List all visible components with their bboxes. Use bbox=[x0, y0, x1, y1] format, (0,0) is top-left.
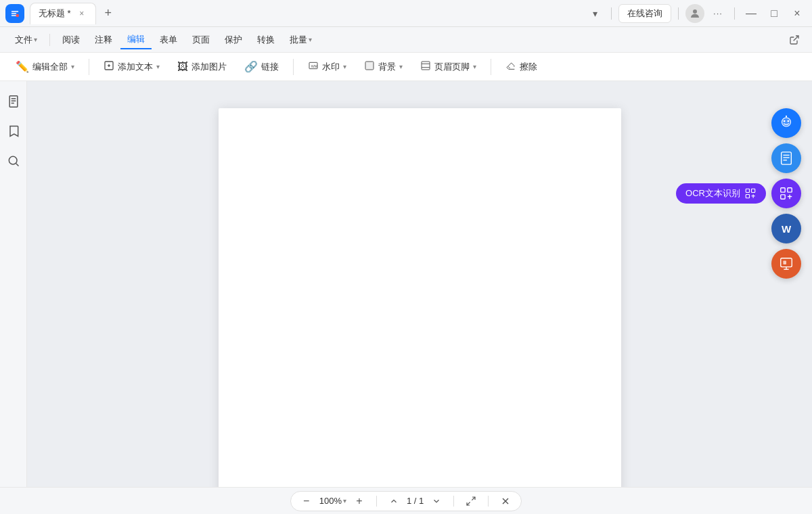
edit-all-dropdown[interactable]: ▾ bbox=[71, 63, 74, 70]
menu-file-arrow: ▾ bbox=[34, 36, 37, 43]
svg-rect-36 bbox=[788, 188, 792, 192]
external-link-icon[interactable] bbox=[785, 30, 804, 49]
tab-item[interactable]: 无标题 * × bbox=[30, 3, 96, 24]
add-text-dropdown[interactable]: ▾ bbox=[156, 63, 160, 70]
svg-line-45 bbox=[467, 502, 470, 505]
erase-icon bbox=[505, 60, 516, 74]
menu-protect-label: 保护 bbox=[225, 34, 242, 46]
sidebar-pages-icon[interactable] bbox=[4, 92, 23, 111]
menu-annotate[interactable]: 注释 bbox=[88, 31, 119, 49]
menubar: 文件 ▾ 阅读 注释 编辑 表单 页面 保护 转换 批量 ▾ bbox=[0, 27, 812, 53]
menu-read[interactable]: 阅读 bbox=[55, 31, 87, 49]
toolbar-sep-1 bbox=[89, 59, 89, 75]
window-dropdown-button[interactable]: ▾ bbox=[585, 4, 604, 23]
watermark-button[interactable]: WM 水印 ▾ bbox=[300, 56, 354, 78]
menu-edit-label: 编辑 bbox=[127, 33, 145, 45]
background-icon bbox=[364, 60, 375, 74]
to-ppt-button[interactable] bbox=[771, 249, 801, 279]
svg-point-1 bbox=[16, 14, 20, 17]
titlebar: 无标题 * × + ▾ 在线咨询 ··· — □ × bbox=[0, 0, 812, 27]
to-word-button[interactable]: W bbox=[771, 214, 801, 243]
ai-robot-button[interactable] bbox=[771, 108, 801, 138]
menu-annotate-label: 注释 bbox=[95, 34, 112, 46]
fit-screen-button[interactable] bbox=[464, 494, 478, 509]
menu-batch[interactable]: 批量 ▾ bbox=[283, 31, 319, 49]
toolbar-sep-3 bbox=[491, 59, 491, 75]
tab-container: 无标题 * × + bbox=[30, 3, 585, 24]
background-button[interactable]: 背景 ▾ bbox=[357, 56, 410, 78]
svg-text:WM: WM bbox=[311, 64, 317, 68]
add-image-label: 添加图片 bbox=[191, 61, 227, 73]
ocr-label: OCR文本识别 bbox=[676, 183, 766, 204]
menu-edit[interactable]: 编辑 bbox=[120, 30, 152, 49]
page-up-button[interactable] bbox=[386, 494, 401, 509]
link-button[interactable]: 🔗 链接 bbox=[237, 56, 286, 77]
separator bbox=[611, 7, 612, 20]
menu-separator bbox=[49, 34, 50, 46]
zoom-sep bbox=[376, 496, 377, 507]
page-down-button[interactable] bbox=[429, 494, 444, 509]
more-button[interactable]: ··· bbox=[708, 4, 727, 23]
svg-rect-26 bbox=[782, 152, 792, 164]
toolbar: ✏️ 编辑全部 ▾ 添加文本 ▾ 🖼 添加图片 🔗 链接 WM 水印 ▾ bbox=[0, 53, 812, 81]
close-bar-button[interactable] bbox=[498, 494, 513, 509]
svg-rect-32 bbox=[746, 195, 749, 198]
tab-title: 无标题 * bbox=[39, 7, 71, 20]
separator bbox=[734, 7, 735, 20]
sidebar-bookmark-icon[interactable] bbox=[4, 122, 23, 141]
add-image-icon: 🖼 bbox=[177, 61, 188, 73]
document-button[interactable] bbox=[771, 143, 801, 173]
header-footer-icon bbox=[420, 60, 431, 74]
erase-button[interactable]: 擦除 bbox=[498, 56, 545, 78]
link-label: 链接 bbox=[261, 61, 279, 73]
menu-protect[interactable]: 保护 bbox=[218, 31, 249, 49]
background-dropdown[interactable]: ▾ bbox=[399, 63, 403, 70]
add-text-button[interactable]: 添加文本 ▾ bbox=[96, 56, 167, 78]
minimize-button[interactable]: — bbox=[742, 4, 761, 23]
header-footer-button[interactable]: 页眉页脚 ▾ bbox=[413, 56, 484, 78]
svg-point-22 bbox=[784, 120, 786, 122]
watermark-dropdown[interactable]: ▾ bbox=[343, 63, 346, 70]
ocr-button[interactable] bbox=[771, 179, 801, 208]
close-button[interactable]: × bbox=[788, 4, 807, 23]
add-text-label: 添加文本 bbox=[118, 61, 153, 73]
user-avatar[interactable] bbox=[685, 4, 704, 23]
svg-point-2 bbox=[693, 9, 697, 14]
svg-rect-43 bbox=[783, 260, 786, 264]
header-footer-dropdown[interactable]: ▾ bbox=[473, 63, 476, 70]
menu-table[interactable]: 表单 bbox=[153, 31, 184, 49]
pdf-page bbox=[219, 108, 621, 487]
menu-file[interactable]: 文件 ▾ bbox=[8, 31, 44, 49]
watermark-label: 水印 bbox=[322, 61, 340, 73]
edit-all-icon: ✏️ bbox=[16, 60, 29, 73]
zoom-out-button[interactable]: − bbox=[299, 494, 314, 509]
zoom-value: 100% ▾ bbox=[319, 496, 346, 506]
tab-close-button[interactable]: × bbox=[76, 8, 87, 19]
sidebar-search-icon[interactable] bbox=[4, 151, 23, 170]
maximize-button[interactable]: □ bbox=[765, 4, 784, 23]
add-text-icon bbox=[104, 60, 114, 74]
svg-rect-10 bbox=[422, 62, 430, 70]
nav-sep bbox=[453, 496, 454, 507]
edit-all-label: 编辑全部 bbox=[32, 61, 68, 73]
zoom-in-button[interactable]: + bbox=[352, 494, 367, 509]
erase-label: 擦除 bbox=[520, 61, 537, 73]
svg-rect-35 bbox=[781, 188, 785, 192]
new-tab-button[interactable]: + bbox=[99, 4, 118, 23]
menu-convert[interactable]: 转换 bbox=[250, 31, 281, 49]
titlebar-right: ▾ 在线咨询 ··· — □ × bbox=[585, 4, 807, 23]
zoom-dropdown-button[interactable]: ▾ bbox=[343, 497, 346, 505]
background-label: 背景 bbox=[378, 61, 396, 73]
consult-button[interactable]: 在线咨询 bbox=[618, 4, 671, 23]
menu-table-label: 表单 bbox=[160, 34, 177, 46]
menu-convert-label: 转换 bbox=[257, 34, 275, 46]
menu-read-label: 阅读 bbox=[62, 34, 80, 46]
add-image-button[interactable]: 🖼 添加图片 bbox=[170, 57, 234, 77]
svg-rect-37 bbox=[781, 195, 785, 199]
menu-page[interactable]: 页面 bbox=[185, 31, 217, 49]
float-buttons: OCR文本识别 bbox=[771, 108, 801, 279]
sidebar bbox=[0, 81, 27, 487]
edit-all-button[interactable]: ✏️ 编辑全部 ▾ bbox=[8, 56, 82, 77]
svg-line-3 bbox=[794, 36, 798, 41]
page-info: 1 / 1 bbox=[407, 496, 424, 506]
